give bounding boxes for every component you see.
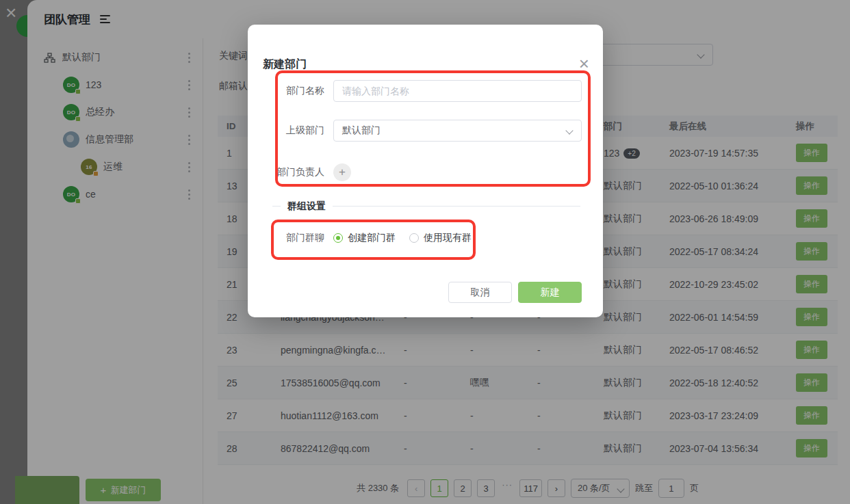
confirm-create-button[interactable]: 新建 bbox=[518, 282, 582, 303]
chevron-down-icon bbox=[565, 127, 573, 134]
close-icon[interactable]: × bbox=[579, 55, 589, 72]
dept-manager-label: 部门负责人 bbox=[261, 166, 324, 178]
radio-option-创建部门群[interactable]: 创建部门群 bbox=[333, 232, 396, 244]
group-settings-title: 群组设置 bbox=[281, 200, 333, 213]
dept-name-row: 部门名称 bbox=[261, 80, 582, 102]
radio-selected-icon bbox=[333, 233, 343, 243]
modal-title: 新建部门 bbox=[263, 57, 307, 72]
parent-dept-row: 上级部门 默认部门 bbox=[261, 120, 582, 142]
radio-label: 创建部门群 bbox=[348, 232, 396, 244]
add-manager-button[interactable]: + bbox=[333, 163, 351, 181]
dept-chat-row: 部门群聊 创建部门群使用现有群 bbox=[261, 227, 582, 249]
new-department-modal: 新建部门 × 部门名称 上级部门 默认部门 部门负责人 + 群组设置 部门群聊 … bbox=[248, 25, 603, 317]
dept-name-input[interactable] bbox=[333, 80, 582, 102]
dept-manager-row: 部门负责人 + bbox=[261, 161, 582, 183]
parent-dept-select[interactable]: 默认部门 bbox=[333, 120, 582, 142]
radio-option-使用现有群[interactable]: 使用现有群 bbox=[409, 232, 472, 244]
dept-name-label: 部门名称 bbox=[261, 85, 324, 97]
dept-chat-options: 创建部门群使用现有群 bbox=[333, 232, 485, 244]
dept-chat-label: 部门群聊 bbox=[261, 232, 324, 244]
screen: × 团队管理 默认部门 DO123DO总经办信息管理部16运维DOce + 新建… bbox=[0, 0, 850, 504]
parent-dept-label: 上级部门 bbox=[261, 124, 324, 137]
cancel-button[interactable]: 取消 bbox=[448, 282, 512, 303]
radio-label: 使用现有群 bbox=[424, 232, 472, 244]
modal-footer: 取消 新建 bbox=[448, 282, 582, 303]
radio-unselected-icon bbox=[409, 233, 419, 243]
